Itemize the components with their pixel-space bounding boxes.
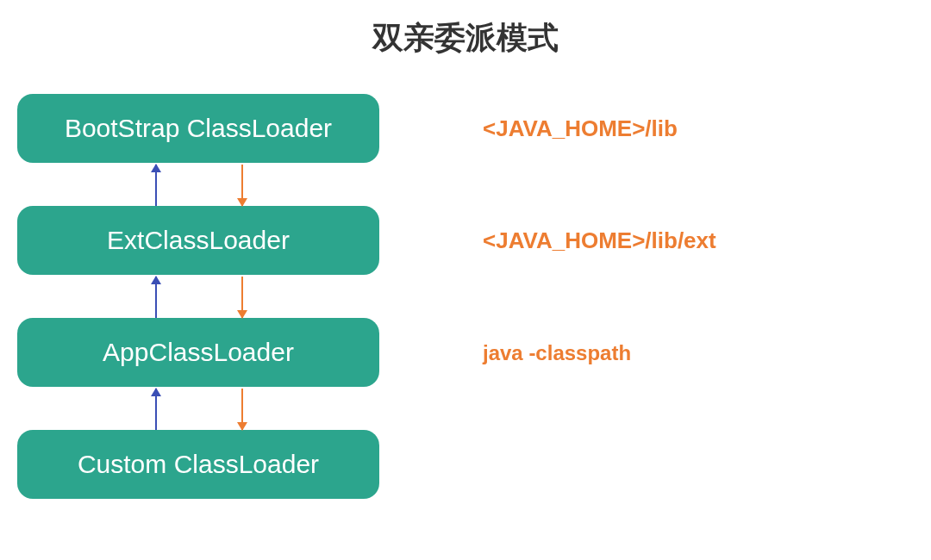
label-bootstrap-path: <JAVA_HOME>/lib [483,115,678,142]
label-app-path: java -classpath [483,341,631,365]
diagram-container: BootStrap ClassLoader ExtClassLoader App… [0,85,931,560]
box-custom-label: Custom ClassLoader [78,450,319,479]
label-ext-path: <JAVA_HOME>/lib/ext [483,227,716,254]
box-bootstrap-classloader: BootStrap ClassLoader [17,94,379,163]
box-bootstrap-label: BootStrap ClassLoader [65,114,332,143]
arrow-down-icon [241,165,243,206]
arrow-down-icon [241,277,243,318]
box-app-label: AppClassLoader [103,338,294,367]
box-app-classloader: AppClassLoader [17,318,379,387]
diagram-title: 双亲委派模式 [0,0,931,85]
box-ext-classloader: ExtClassLoader [17,206,379,275]
arrow-up-icon [155,277,157,318]
arrow-down-icon [241,389,243,430]
arrow-up-icon [155,389,157,430]
box-custom-classloader: Custom ClassLoader [17,430,379,499]
box-ext-label: ExtClassLoader [107,226,290,255]
arrow-up-icon [155,165,157,206]
